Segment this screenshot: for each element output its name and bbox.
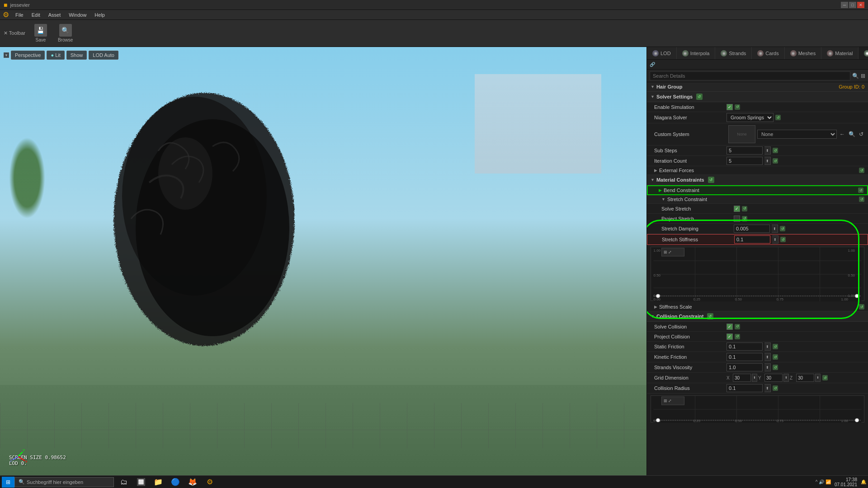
project-stretch-value[interactable]: ↺: [734, 216, 864, 222]
menu-asset[interactable]: Asset: [45, 11, 65, 19]
stretch-constraint-reset[interactable]: ↺: [859, 197, 864, 202]
iteration-count-value[interactable]: ⬆ ↺: [726, 157, 864, 165]
window-controls[interactable]: ─ □ ✕: [841, 2, 864, 8]
external-forces-row[interactable]: ▶ External Forces ↺: [647, 166, 868, 175]
solver-settings-header[interactable]: ▼ Solver Settings ↺: [647, 92, 868, 102]
stretch-stiffness-input[interactable]: [734, 235, 770, 244]
grid-dimension-reset[interactable]: ↺: [822, 375, 828, 380]
curve-svg[interactable]: 0.00 0.25 0.50 0.75 1.00 1.00 0.50 0.00 …: [651, 247, 864, 301]
taskbar-apps[interactable]: 🗂 🔲 📁 🔵 🦊 ⚙: [116, 477, 218, 488]
solve-stretch-checkbox[interactable]: [734, 206, 740, 212]
menu-help[interactable]: Help: [91, 11, 108, 19]
grid-y-input[interactable]: [764, 374, 783, 382]
tab-bar[interactable]: ◉ LOD ◉ Interpola ◉ Strands ◉ Cards ◉ Me…: [647, 47, 868, 60]
taskbar-app-explorer[interactable]: 🗂: [116, 477, 132, 488]
collision-curve-editor[interactable]: 0.00 0.25 0.50 0.75 1.00 ⊞ ⤢: [651, 395, 864, 422]
kinetic-friction-input[interactable]: [726, 353, 763, 361]
tab-material[interactable]: ◉ Material: [821, 47, 859, 59]
stretch-damping-spinner[interactable]: ⬆: [772, 225, 778, 233]
tab-interpola[interactable]: ◉ Interpola: [677, 47, 716, 59]
kinetic-friction-value[interactable]: ⬆ ↺: [726, 353, 864, 361]
search-bar[interactable]: 🔍 ⊞: [647, 70, 868, 82]
collision-curve-svg[interactable]: 0.00 0.25 0.50 0.75 1.00 ⊞ ⤢: [651, 396, 864, 423]
custom-system-back-icon[interactable]: ←: [839, 130, 846, 138]
taskbar-app-4[interactable]: 🦊: [184, 477, 201, 488]
static-friction-spinner[interactable]: ⬆: [764, 343, 771, 351]
grid-z-input[interactable]: [796, 374, 814, 382]
minimize-button[interactable]: ─: [841, 2, 848, 8]
taskbar-search[interactable]: 🔍 Suchbegriff hier eingeben: [14, 477, 114, 487]
collision-radius-value[interactable]: ⬆ ↺: [726, 384, 864, 392]
stretch-stiffness-spinner[interactable]: ⬆: [772, 235, 778, 244]
grid-x-input[interactable]: [733, 374, 751, 382]
taskbar-app-1[interactable]: 🔲: [133, 477, 149, 488]
menu-file[interactable]: File: [12, 11, 27, 19]
grid-z-spinner[interactable]: ⬆: [815, 374, 821, 382]
show-button[interactable]: Show: [66, 51, 87, 60]
iteration-count-reset[interactable]: ↺: [773, 158, 778, 164]
taskbar[interactable]: ⊞ 🔍 Suchbegriff hier eingeben 🗂 🔲 📁 🔵 🦊 …: [0, 475, 868, 488]
tab-meshes[interactable]: ◉ Meshes: [785, 47, 822, 59]
kinetic-friction-spinner[interactable]: ⬆: [764, 353, 771, 361]
viewport[interactable]: ▼ Perspective ● Lit Show LOD Auto SCREEN…: [0, 47, 646, 475]
custom-system-clear-icon[interactable]: ↺: [858, 130, 864, 138]
bend-constraint-reset[interactable]: ↺: [858, 188, 863, 193]
taskbar-app-2[interactable]: 📁: [150, 477, 166, 488]
strands-viscosity-reset[interactable]: ↺: [773, 365, 778, 370]
menu-window[interactable]: Window: [65, 11, 90, 19]
close-button[interactable]: ✕: [857, 2, 864, 8]
collision-radius-input[interactable]: [726, 384, 763, 392]
enable-simulation-reset[interactable]: ↺: [735, 104, 740, 110]
project-stretch-reset[interactable]: ↺: [742, 216, 747, 221]
browse-button[interactable]: 🔍 Browse: [54, 22, 76, 44]
stretch-damping-value[interactable]: ⬆ ↺: [734, 225, 864, 233]
stiffness-scale-reset[interactable]: ↺: [859, 304, 864, 310]
stretch-stiffness-value[interactable]: ⬆ ↺: [734, 235, 864, 244]
stretch-damping-input[interactable]: [734, 225, 770, 233]
solve-collision-value[interactable]: ↺: [726, 324, 864, 330]
collision-radius-spinner[interactable]: ⬆: [764, 384, 771, 392]
stretch-constraint-header[interactable]: ▼ Stretch Constraint ↺: [647, 195, 868, 204]
notification-icon[interactable]: 🔔: [861, 479, 866, 484]
lit-button[interactable]: ● Lit: [47, 51, 64, 60]
project-stretch-checkbox[interactable]: [734, 216, 740, 222]
collision-radius-reset[interactable]: ↺: [773, 385, 778, 391]
viewport-dropdown[interactable]: ▼: [4, 52, 9, 58]
grid-x-spinner[interactable]: ⬆: [752, 374, 757, 382]
search-icon[interactable]: 🔍: [852, 73, 859, 79]
grid-dimension-value[interactable]: X ⬆ Y ⬆ Z ⬆ ↺: [726, 374, 864, 382]
iteration-count-spinner[interactable]: ⬆: [764, 157, 771, 165]
maximize-button[interactable]: □: [849, 2, 856, 8]
material-constraints-header[interactable]: ▼ Material Constraints ↺: [647, 175, 868, 185]
material-constraints-reset[interactable]: ↺: [708, 177, 714, 183]
solve-collision-checkbox[interactable]: [726, 324, 733, 330]
stretch-stiffness-reset[interactable]: ↺: [780, 237, 786, 242]
collision-constraint-reset[interactable]: ↺: [707, 313, 713, 319]
details-panel[interactable]: ▼ Hair Group Group ID: 0 ▼ Solver Settin…: [647, 82, 868, 475]
strands-viscosity-spinner[interactable]: ⬆: [764, 363, 771, 371]
solve-collision-reset[interactable]: ↺: [735, 324, 740, 329]
kinetic-friction-reset[interactable]: ↺: [773, 354, 778, 360]
static-friction-reset[interactable]: ↺: [773, 344, 778, 349]
save-button[interactable]: 💾 Save: [31, 22, 51, 44]
tab-physics[interactable]: ◉ Physics: [859, 47, 868, 59]
enable-simulation-checkbox[interactable]: [726, 104, 733, 110]
viewport-controls[interactable]: ▼ Perspective ● Lit Show LOD Auto: [4, 51, 118, 60]
hair-group-header[interactable]: ▼ Hair Group Group ID: 0: [647, 82, 868, 92]
solve-stretch-reset[interactable]: ↺: [742, 206, 747, 211]
niagara-solver-reset[interactable]: ↺: [775, 115, 781, 120]
tab-cards[interactable]: ◉ Cards: [752, 47, 784, 59]
project-collision-checkbox[interactable]: [726, 333, 733, 340]
sub-steps-spinner[interactable]: ⬆: [764, 146, 771, 155]
menu-edit[interactable]: Edit: [28, 11, 44, 19]
static-friction-value[interactable]: ⬆ ↺: [726, 343, 864, 351]
grid-dimension-xyz[interactable]: X ⬆ Y ⬆ Z ⬆: [726, 374, 821, 382]
project-collision-reset[interactable]: ↺: [735, 334, 740, 339]
stretch-damping-reset[interactable]: ↺: [780, 226, 785, 231]
project-collision-value[interactable]: ↺: [726, 333, 864, 340]
sub-steps-reset[interactable]: ↺: [773, 148, 778, 153]
iteration-count-input[interactable]: [726, 157, 763, 165]
custom-system-dropdown[interactable]: None: [757, 130, 837, 139]
external-forces-reset[interactable]: ↺: [859, 168, 864, 173]
taskbar-app-3[interactable]: 🔵: [167, 477, 184, 488]
